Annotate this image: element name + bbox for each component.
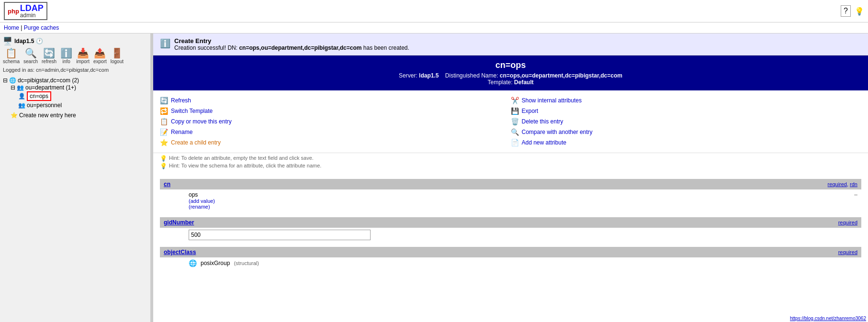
hint-2: 💡 Hint: To view the schema for an attrib… — [160, 163, 861, 169]
attr-cn-name[interactable]: cn — [164, 181, 170, 188]
actions-left: 🔄 Refresh 🔁 Switch Template 📋 Copy or mo… — [160, 95, 511, 148]
attr-objectclass-name[interactable]: objectClass — [164, 249, 196, 255]
tree-personnel: 👥 ou=personnel — [18, 101, 147, 109]
logout-tool[interactable]: 🚪 logout — [111, 47, 124, 64]
dept-label-text: ou=department (1+) — [25, 84, 76, 91]
logout-icon: 🚪 — [111, 47, 123, 59]
star-icon: ⭐ — [11, 112, 18, 119]
info-tool[interactable]: ℹ️ info — [60, 47, 72, 64]
attr-gidnumber-input[interactable] — [189, 230, 371, 240]
rename-label: Rename — [171, 129, 192, 135]
compare-icon: 🔍 — [511, 128, 519, 136]
attr-cn-value: ops — [189, 191, 198, 198]
switch-template-label: Switch Template — [171, 108, 213, 114]
template-label: Template: — [487, 79, 512, 86]
logo-area: php LDAP admin — [4, 2, 47, 20]
posix-value: posixGroup — [201, 260, 230, 266]
import-label: import — [76, 59, 90, 64]
top-icons: ? 💡 — [841, 5, 864, 17]
creation-banner-message: Creation successful! DN: cn=ops,ou=depar… — [174, 44, 409, 51]
tree-department-label[interactable]: ⊟ 👥 ou=department (1+) — [11, 84, 147, 91]
tree-cnops: 👤 cn=ops — [18, 91, 147, 101]
show-internal-action[interactable]: ✂️ Show internal attributes — [511, 95, 862, 106]
content: ℹ️ Create Entry Creation successful! DN:… — [153, 33, 868, 322]
export-action[interactable]: 💾 Export — [511, 106, 862, 116]
tree-cnops-label[interactable]: 👤 cn=ops — [18, 91, 147, 101]
posix-icon: 🌐 — [189, 259, 197, 267]
attr-gidnumber-required-link[interactable]: required — [838, 220, 857, 225]
info-icon: ℹ️ — [60, 47, 72, 59]
info-label: info — [63, 59, 70, 64]
attr-cn-add-value[interactable]: (add value) — [189, 198, 857, 204]
creation-dn-bold: cn=ops,ou=department,dc=pibigstar,dc=com — [239, 44, 361, 51]
hint-2-icon: 💡 — [160, 163, 167, 169]
attr-cn-dash: – — [854, 191, 857, 198]
rename-icon: 📝 — [160, 128, 168, 136]
refresh-tool[interactable]: 🔄 refresh — [42, 47, 56, 64]
help-icon[interactable]: ? — [841, 5, 851, 17]
create-child-action[interactable]: ⭐ Create a child entry — [160, 137, 511, 148]
dn-value: cn=ops,ou=department,dc=pibigstar,dc=com — [500, 72, 622, 79]
footer-link[interactable]: https://blog.csdn.net/zhanremo3062 — [788, 315, 868, 322]
bulb-icon[interactable]: 💡 — [855, 7, 864, 16]
attributes-section: cn required, rdn ops – (add value) (rena… — [153, 174, 868, 278]
refresh-action-label: Refresh — [171, 97, 191, 104]
schema-tool[interactable]: 📋 schema — [3, 47, 20, 64]
sidebar-header: 🖥️ ldap1.5 🕐 — [3, 36, 147, 45]
search-label: search — [23, 59, 38, 64]
attr-cn-rename[interactable]: (rename) — [189, 204, 857, 210]
delete-action[interactable]: 🗑️ Delete this entry — [511, 116, 862, 127]
attr-objectclass-links: required — [838, 249, 857, 255]
logo: php LDAP admin — [4, 2, 47, 20]
attr-cn-sub-links: (add value) (rename) — [160, 198, 861, 211]
create-new-text: Create new entry here — [19, 112, 76, 119]
attr-cn-rdn-link[interactable]: rdn — [850, 181, 857, 187]
hint-1-text: Hint: To delete an attribute, empty the … — [169, 155, 314, 161]
export-label: export — [93, 59, 107, 64]
search-tool[interactable]: 🔍 search — [23, 47, 38, 64]
attr-objectclass-row: objectClass required 🌐 posixGroup (struc… — [160, 247, 861, 267]
personnel-icon: 👥 — [18, 102, 25, 109]
actions-section: 🔄 Refresh 🔁 Switch Template 📋 Copy or mo… — [153, 90, 868, 153]
copy-move-label: Copy or move this entry — [171, 118, 232, 125]
expand-icon-dept: ⊟ — [11, 84, 15, 91]
add-attribute-label: Add new attribute — [522, 139, 566, 146]
add-attribute-action[interactable]: 📄 Add new attribute — [511, 137, 862, 148]
tree-children: ⊟ 👥 ou=department (1+) 👤 cn=ops — [11, 84, 147, 119]
sidebar: 🖥️ ldap1.5 🕐 📋 schema 🔍 search 🔄 refresh… — [0, 33, 151, 322]
hints-section: 💡 Hint: To delete an attribute, empty th… — [153, 153, 868, 174]
creation-banner-text: Create Entry Creation successful! DN: cn… — [174, 37, 409, 51]
logged-in-text: Logged in as: cn=admin,dc=pibigstar,dc=c… — [3, 67, 147, 73]
attr-objectclass-required-link[interactable]: required — [838, 249, 857, 255]
delete-label: Delete this entry — [522, 118, 564, 125]
compare-action[interactable]: 🔍 Compare with another entry — [511, 127, 862, 137]
nav-bar: Home | Purge caches — [0, 22, 868, 33]
attr-cn-required-link[interactable]: required — [828, 181, 847, 187]
attr-cn-links: required, rdn — [828, 181, 857, 187]
home-link[interactable]: Home — [4, 24, 19, 31]
switch-template-action[interactable]: 🔁 Switch Template — [160, 106, 511, 116]
tree-personnel-label[interactable]: 👥 ou=personnel — [18, 102, 147, 109]
export-tool[interactable]: 📤 export — [93, 47, 107, 64]
tree-create-new-label[interactable]: ⭐ Create new entry here — [11, 112, 147, 119]
refresh-icon: 🔄 — [43, 47, 55, 59]
rename-action[interactable]: 📝 Rename — [160, 127, 511, 137]
schema-icon: 📋 — [5, 47, 17, 59]
attr-objectclass-posix-row: 🌐 posixGroup (structural) — [160, 257, 861, 267]
refresh-label: refresh — [42, 59, 56, 64]
logo-php: php — [8, 8, 19, 15]
compare-label: Compare with another entry — [522, 129, 593, 135]
search-icon: 🔍 — [25, 47, 37, 59]
creation-banner-title: Create Entry — [174, 37, 409, 44]
export-icon: 📤 — [94, 47, 106, 59]
server-value: ldap1.5 — [419, 72, 439, 79]
delete-icon: 🗑️ — [511, 118, 519, 125]
refresh-action[interactable]: 🔄 Refresh — [160, 95, 511, 106]
attr-gidnumber-name[interactable]: gidNumber — [164, 219, 194, 226]
purge-caches-link[interactable]: Purge caches — [24, 24, 59, 31]
posix-tag: (structural) — [234, 260, 259, 266]
tree-root-label[interactable]: ⊟ 🌐 dc=pibigstar,dc=com (2) — [3, 77, 147, 84]
schema-label: schema — [3, 59, 20, 64]
copy-move-action[interactable]: 📋 Copy or move this entry — [160, 116, 511, 127]
import-tool[interactable]: 📥 import — [76, 47, 90, 64]
